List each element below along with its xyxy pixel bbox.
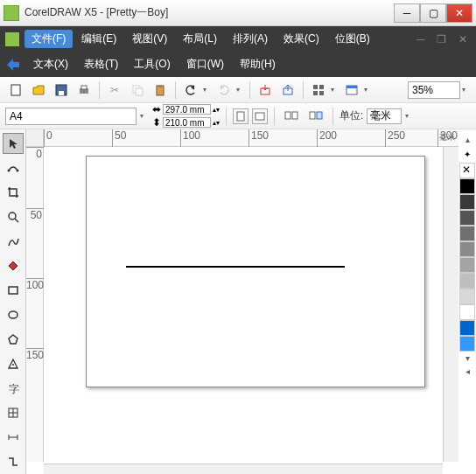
swatch[interactable]: [459, 320, 475, 336]
palette-flyout-arrow[interactable]: ◂: [464, 365, 472, 378]
horizontal-scrollbar[interactable]: [44, 464, 443, 474]
current-page-button[interactable]: [305, 106, 326, 127]
svg-rect-8: [158, 85, 162, 87]
portrait-button[interactable]: [233, 108, 248, 124]
ruler-horizontal[interactable]: 050100150200250300毫米: [26, 129, 458, 147]
palette-down-arrow[interactable]: ▾: [464, 352, 472, 365]
menubar-row1: 文件(F) 编辑(E) 视图(V) 布局(L) 排列(A) 效果(C) 位图(B…: [0, 26, 476, 52]
swatch[interactable]: [459, 226, 475, 241]
undo-dropdown[interactable]: ▾: [203, 86, 212, 94]
shape-tool[interactable]: [3, 157, 24, 178]
menu-file[interactable]: 文件(F): [24, 30, 73, 48]
import-button[interactable]: [255, 80, 276, 101]
separator: [226, 108, 227, 125]
swatch-none[interactable]: [459, 163, 475, 178]
cut-button[interactable]: ✂: [104, 80, 125, 101]
close-button[interactable]: ✕: [446, 3, 472, 23]
mdi-restore[interactable]: ❐: [433, 33, 450, 45]
zoom-tool[interactable]: [3, 206, 24, 227]
units-select[interactable]: [367, 108, 402, 124]
vertical-scrollbar[interactable]: [443, 147, 458, 462]
palette-up-arrow[interactable]: ▴: [464, 133, 472, 146]
mdi-close[interactable]: ✕: [455, 33, 471, 45]
undo-button[interactable]: [180, 80, 201, 101]
menu-effects[interactable]: 效果(C): [276, 30, 326, 48]
palette-flyout-icon[interactable]: ✦: [464, 150, 471, 159]
rectangle-tool[interactable]: [3, 280, 24, 301]
pick-tool[interactable]: [3, 133, 24, 154]
ellipse-tool[interactable]: [3, 304, 24, 325]
swatch[interactable]: [459, 304, 475, 320]
app-launcher-button[interactable]: [308, 80, 329, 101]
window-controls: ─ ▢ ✕: [394, 3, 472, 23]
text-tool[interactable]: 字: [3, 378, 24, 399]
swatch[interactable]: [459, 336, 475, 352]
ruler-origin[interactable]: [26, 129, 44, 147]
copy-button[interactable]: [127, 80, 148, 101]
dimension-tool[interactable]: [3, 427, 24, 448]
menu-text[interactable]: 文本(X): [26, 55, 75, 73]
swatch[interactable]: [459, 210, 475, 226]
swatch[interactable]: [459, 194, 475, 210]
swatch[interactable]: [459, 289, 475, 304]
freehand-tool[interactable]: [3, 231, 24, 252]
swatch[interactable]: [459, 178, 475, 194]
save-button[interactable]: [51, 80, 72, 101]
redo-dropdown[interactable]: ▾: [236, 86, 245, 94]
workspace: 字 050100150200250300毫米 050100150 ▴ ✦ ▾ ◂: [0, 129, 476, 474]
export-button[interactable]: [277, 80, 298, 101]
menu-table[interactable]: 表格(T): [77, 55, 125, 73]
zoom-dropdown[interactable]: ▾: [462, 86, 471, 94]
page[interactable]: [86, 156, 425, 387]
separator: [249, 81, 250, 99]
all-pages-button[interactable]: [281, 106, 302, 127]
swatch[interactable]: [459, 273, 475, 289]
paper-size-select[interactable]: [5, 108, 136, 125]
landscape-button[interactable]: [252, 108, 268, 124]
units-label: 单位:: [340, 108, 363, 123]
svg-rect-20: [292, 112, 298, 119]
page-width-input[interactable]: [163, 104, 211, 115]
menu-edit[interactable]: 编辑(E): [74, 30, 123, 48]
open-button[interactable]: [28, 80, 49, 101]
swatch[interactable]: [459, 257, 475, 273]
smart-fill-tool[interactable]: [3, 255, 24, 276]
welcome-button[interactable]: [341, 80, 362, 101]
welcome-dropdown[interactable]: ▾: [364, 86, 373, 94]
crop-tool[interactable]: [3, 182, 24, 203]
connector-tool[interactable]: [3, 451, 24, 472]
table-tool[interactable]: [3, 402, 24, 423]
menu-bitmaps[interactable]: 位图(B): [328, 30, 377, 48]
menu-help[interactable]: 帮助(H): [233, 55, 283, 73]
svg-rect-18: [256, 113, 264, 120]
paper-dropdown[interactable]: ▾: [140, 112, 149, 120]
menu-view[interactable]: 视图(V): [125, 30, 174, 48]
maximize-button[interactable]: ▢: [420, 3, 446, 23]
logo-icon: [5, 32, 19, 46]
drawn-line-object[interactable]: [126, 266, 345, 268]
new-button[interactable]: [5, 80, 26, 101]
canvas[interactable]: [44, 147, 458, 462]
menu-window[interactable]: 窗口(W): [179, 55, 231, 73]
basic-shapes-tool[interactable]: [3, 353, 24, 374]
zoom-select[interactable]: [408, 81, 460, 99]
color-palette: ▴ ✦ ▾ ◂: [458, 129, 476, 474]
menu-arrange[interactable]: 排列(A): [226, 30, 275, 48]
content-hub-icon[interactable]: [5, 57, 21, 73]
canvas-area: 050100150200250300毫米 050100150: [26, 129, 458, 474]
ruler-vertical[interactable]: 050100150: [26, 147, 44, 462]
menu-tools[interactable]: 工具(O): [127, 55, 177, 73]
print-button[interactable]: [74, 80, 94, 101]
swatch[interactable]: [459, 241, 475, 257]
paste-button[interactable]: [150, 80, 171, 101]
mdi-minimize[interactable]: ─: [413, 33, 428, 45]
redo-button[interactable]: [214, 80, 234, 101]
units-dropdown[interactable]: ▾: [405, 112, 414, 120]
menu-layout[interactable]: 布局(L): [176, 30, 224, 48]
polygon-tool[interactable]: [3, 329, 24, 350]
svg-point-24: [16, 170, 18, 172]
page-height-input[interactable]: [163, 117, 211, 128]
minimize-button[interactable]: ─: [394, 3, 420, 23]
svg-rect-2: [59, 91, 64, 95]
launcher-dropdown[interactable]: ▾: [331, 86, 340, 94]
